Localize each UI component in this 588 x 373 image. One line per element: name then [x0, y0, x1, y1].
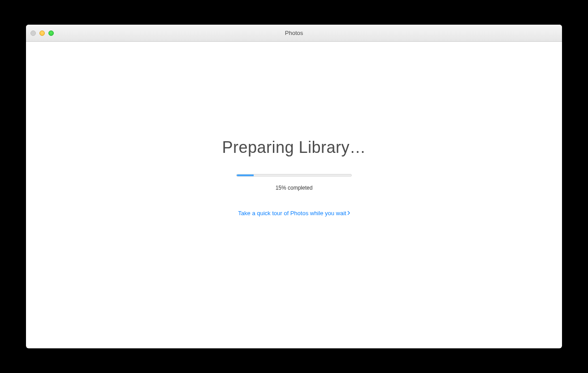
progress-fill — [237, 174, 254, 176]
chevron-right-icon — [347, 210, 350, 217]
minimize-button[interactable] — [39, 30, 45, 36]
content-area: Preparing Library… 15% completed Take a … — [26, 42, 562, 348]
progress-bar — [236, 174, 352, 177]
tour-link[interactable]: Take a quick tour of Photos while you wa… — [238, 210, 350, 217]
close-button[interactable] — [30, 30, 36, 36]
window-title: Photos — [26, 30, 562, 36]
maximize-button[interactable] — [48, 30, 54, 36]
title-bar[interactable]: Photos — [26, 25, 562, 42]
preparing-heading: Preparing Library… — [222, 138, 366, 157]
traffic-lights — [30, 30, 54, 36]
progress-label: 15% completed — [276, 185, 313, 191]
app-window: Photos Preparing Library… 15% completed … — [26, 25, 562, 348]
tour-link-text: Take a quick tour of Photos while you wa… — [238, 210, 346, 217]
